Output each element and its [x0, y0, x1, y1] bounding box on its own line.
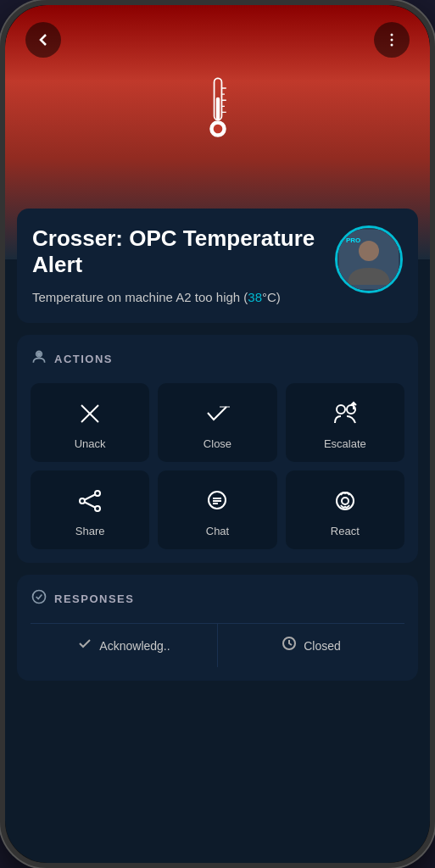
actions-header-icon: [31, 348, 47, 370]
share-button[interactable]: Share: [31, 470, 149, 549]
chat-button[interactable]: Chat: [158, 470, 276, 549]
actions-card: ACTIONS Unack: [17, 335, 418, 563]
unack-button[interactable]: Unack: [31, 383, 149, 462]
svg-point-13: [359, 241, 379, 261]
alert-description-text: Temperature on machine A2 too high: [32, 290, 240, 304]
alert-text-section: Crosser: OPC Temperature Alert Temperatu…: [32, 225, 326, 306]
react-label: React: [331, 525, 360, 537]
svg-point-24: [80, 498, 85, 504]
svg-point-33: [342, 498, 349, 504]
responses-header-icon: [31, 588, 47, 609]
share-label: Share: [75, 525, 105, 537]
svg-point-23: [95, 491, 100, 496]
svg-point-11: [213, 125, 222, 134]
responses-section-header: RESPONSES: [31, 588, 404, 609]
back-button[interactable]: [25, 22, 61, 58]
closed-label: Closed: [304, 639, 341, 653]
acknowledge-response[interactable]: Acknowledg..: [31, 624, 218, 667]
actions-grid: Unack Close: [31, 383, 404, 549]
unack-icon: [75, 398, 105, 429]
svg-point-2: [391, 44, 393, 47]
alert-temp-unit: °C: [262, 290, 276, 304]
svg-point-1: [391, 39, 393, 42]
close-action-button[interactable]: Close: [158, 383, 276, 462]
react-icon: [330, 486, 360, 516]
responses-card: RESPONSES Acknowledg..: [17, 575, 418, 681]
svg-line-26: [85, 495, 95, 500]
svg-line-27: [85, 503, 95, 508]
svg-point-16: [37, 353, 40, 355]
closed-response[interactable]: Closed: [218, 624, 404, 667]
clock-icon: [282, 636, 297, 655]
svg-point-20: [337, 405, 345, 414]
svg-rect-9: [215, 97, 219, 120]
alert-temp-value[interactable]: 38: [248, 290, 262, 304]
chat-icon: [202, 486, 232, 516]
avatar: PRO: [335, 225, 403, 293]
alert-temp-wrap: (38°C): [243, 290, 281, 304]
phone-inner: Crosser: OPC Temperature Alert Temperatu…: [5, 5, 430, 863]
chat-label: Chat: [206, 525, 229, 537]
responses-label: RESPONSES: [54, 593, 134, 605]
escalate-label: Escalate: [324, 437, 366, 450]
svg-point-25: [95, 506, 100, 511]
acknowledge-label: Acknowledg..: [99, 639, 170, 653]
actions-section-header: ACTIONS: [31, 348, 404, 370]
alert-card: Crosser: OPC Temperature Alert Temperatu…: [17, 209, 418, 323]
close-action-icon: [202, 398, 232, 429]
thermometer-icon-container: [197, 75, 239, 142]
check-icon: [77, 636, 92, 655]
svg-point-34: [33, 591, 46, 604]
alert-description: Temperature on machine A2 too high (38°C…: [32, 288, 326, 306]
responses-content: Acknowledg.. Closed: [31, 623, 404, 667]
unack-label: Unack: [75, 437, 106, 450]
react-button[interactable]: React: [286, 470, 404, 549]
escalate-icon: [330, 398, 360, 429]
svg-text:PRO: PRO: [346, 236, 360, 244]
close-label: Close: [204, 437, 231, 450]
phone-frame: Crosser: OPC Temperature Alert Temperatu…: [0, 0, 435, 868]
alert-title: Crosser: OPC Temperature Alert: [32, 225, 326, 278]
svg-point-0: [391, 34, 393, 36]
actions-label: ACTIONS: [54, 353, 113, 365]
share-icon: [75, 486, 105, 516]
escalate-button[interactable]: Escalate: [286, 383, 404, 462]
thermometer-svg: [197, 75, 239, 142]
more-options-button[interactable]: [374, 22, 410, 58]
top-bar: [5, 5, 430, 66]
